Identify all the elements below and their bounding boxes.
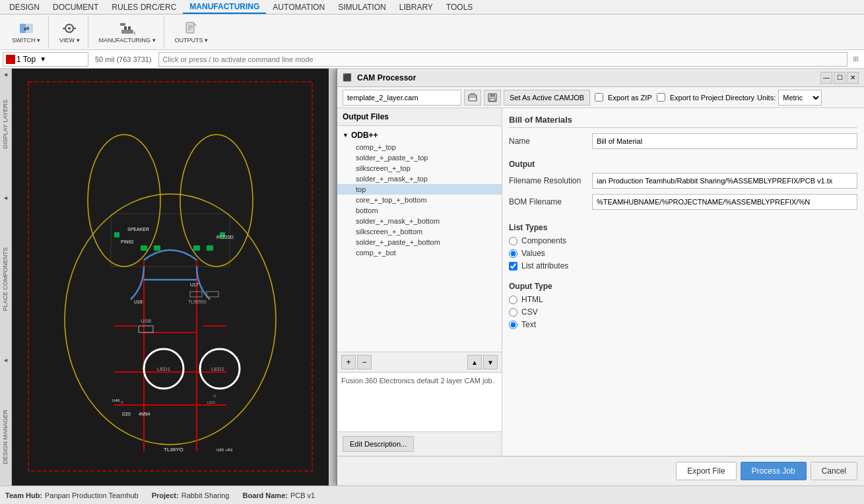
remove-item-button[interactable]: − xyxy=(357,355,372,369)
radio-values-row: Values xyxy=(509,249,857,258)
radio-html-row: HTML xyxy=(509,295,857,304)
filename-resolution-input[interactable] xyxy=(592,173,857,189)
close-button[interactable]: ✕ xyxy=(847,72,859,84)
svg-point-4 xyxy=(68,27,71,30)
svg-text:I2: I2 xyxy=(213,394,216,398)
svg-rect-64 xyxy=(469,95,477,101)
move-up-button[interactable]: ▲ xyxy=(467,355,482,369)
cancel-button[interactable]: Cancel xyxy=(811,462,857,480)
left-arrow-3[interactable]: ◄ xyxy=(1,356,10,365)
svg-text:LED2: LED2 xyxy=(211,366,225,372)
cam-title: CAM Processor xyxy=(357,73,818,82)
svg-rect-8 xyxy=(124,26,127,30)
minimize-button[interactable]: — xyxy=(820,72,832,84)
display-layers-panel[interactable]: DISPLAY LAYERS xyxy=(2,97,9,152)
svg-rect-9 xyxy=(128,26,131,30)
name-input[interactable] xyxy=(592,133,857,149)
radio-components[interactable] xyxy=(509,237,517,245)
expand-icon: ▼ xyxy=(343,132,349,139)
menu-library[interactable]: LIBRARY xyxy=(393,1,440,13)
output-tree: ▼ ODB++ comp_+_top solder_+_paste_+_top … xyxy=(337,126,502,352)
tree-item-2[interactable]: silkscreen_+_top xyxy=(337,163,502,173)
file-input[interactable] xyxy=(343,90,461,106)
tree-item-0[interactable]: comp_+_top xyxy=(337,142,502,152)
manufacturing-button[interactable]: ODB++ MANUFACTURING ▾ xyxy=(95,18,160,47)
export-file-button[interactable]: Export File xyxy=(676,462,736,480)
add-item-button[interactable]: + xyxy=(341,355,356,369)
open-file-button[interactable] xyxy=(464,90,481,106)
cam-title-bar: ⬛ CAM Processor — ☐ ✕ xyxy=(337,69,864,87)
menu-simulation[interactable]: SIMULATION xyxy=(331,1,392,13)
svg-text:TL36YO: TL36YO xyxy=(164,447,183,453)
left-arrow-1[interactable]: ◄ xyxy=(1,70,10,79)
radio-values[interactable] xyxy=(509,249,517,258)
output-type-section: Ouput Type HTML CSV Text xyxy=(509,282,857,332)
checkbox-list-attributes-label: List attributes xyxy=(521,261,568,270)
radio-html[interactable] xyxy=(509,296,517,304)
save-file-button[interactable] xyxy=(484,90,501,106)
bom-filename-input[interactable] xyxy=(592,194,857,210)
output-files-header: Output Files xyxy=(337,108,502,126)
left-arrow-2[interactable]: ◄ xyxy=(1,193,10,203)
pcb-canvas: SPEAKER PIN62 R1220D U17 TL58550 U18 USB… xyxy=(12,69,329,486)
move-down-button[interactable]: ▼ xyxy=(483,355,498,369)
svg-rect-35 xyxy=(141,245,147,251)
svg-rect-38 xyxy=(207,245,213,251)
checkbox-list-attributes-row: List attributes xyxy=(509,261,857,270)
edit-description-area: Edit Description... xyxy=(337,431,502,456)
tree-root-odb[interactable]: ▼ ODB++ xyxy=(337,129,502,142)
coordinates: 50 mil (763 3731) xyxy=(91,55,156,63)
tree-item-3[interactable]: solder_+_mask_+_top xyxy=(337,173,502,184)
menu-document[interactable]: DOCUMENT xyxy=(46,1,105,13)
layer-dropdown-icon: ▼ xyxy=(40,55,46,63)
svg-text:LED1: LED1 xyxy=(157,366,171,372)
menu-rules[interactable]: RULES DRC/ERC xyxy=(105,1,183,13)
place-components-panel[interactable]: PLACE COMPONENTS xyxy=(2,245,9,314)
menu-manufacturing[interactable]: MANUFACTURING xyxy=(183,1,266,14)
process-job-button[interactable]: Process Job xyxy=(741,462,807,480)
project-value: Rabbit Sharing xyxy=(182,491,230,499)
tree-item-8[interactable]: silkscreen_+_bottom xyxy=(337,226,502,237)
radio-text[interactable] xyxy=(509,321,517,329)
radio-csv-label: CSV xyxy=(521,307,538,317)
team-hub-key: Team Hub: xyxy=(5,491,42,499)
tree-item-6[interactable]: bottom xyxy=(337,205,502,216)
menu-bar: DESIGN DOCUMENT RULES DRC/ERC MANUFACTUR… xyxy=(0,0,864,15)
manufacturing-label: MANUFACTURING ▾ xyxy=(99,38,156,44)
svg-text:U95: U95 xyxy=(216,448,224,452)
command-input[interactable] xyxy=(158,52,847,67)
menu-tools[interactable]: TOOLS xyxy=(440,1,479,13)
set-active-camjob-button[interactable]: Set As Active CAMJOB xyxy=(504,90,590,106)
tree-item-9[interactable]: solder_+_paste_+_bottom xyxy=(337,237,502,247)
view-button[interactable]: VIEW ▾ xyxy=(55,18,84,47)
switch-button[interactable]: ⇄ SWITCH ▾ xyxy=(8,18,44,47)
outputs-icon xyxy=(183,20,199,36)
tree-item-10[interactable]: comp_+_bot xyxy=(337,247,502,258)
svg-text:LE30: LE30 xyxy=(207,400,215,404)
design-manager-panel[interactable]: DESIGN MANAGER xyxy=(2,407,9,467)
status-bar: Team Hub: Panpan Production Teamhub Proj… xyxy=(0,486,864,504)
output-actions: + − ▲ ▼ xyxy=(337,352,502,372)
restore-button[interactable]: ☐ xyxy=(834,72,846,84)
layer-selector[interactable]: 1 Top ▼ xyxy=(3,52,88,67)
tree-item-5[interactable]: core_+_top_+_bottom xyxy=(337,195,502,205)
tree-item-4[interactable]: top xyxy=(337,184,502,195)
tree-item-7[interactable]: solder_+_mask_+_bottom xyxy=(337,216,502,226)
export-zip-checkbox[interactable] xyxy=(595,93,603,102)
menu-automation[interactable]: AUTOMATION xyxy=(266,1,331,13)
layer-name: 1 Top xyxy=(17,55,36,64)
outputs-button[interactable]: OUTPUTS ▾ xyxy=(171,18,213,47)
svg-text:D20: D20 xyxy=(122,412,131,416)
tree-item-1[interactable]: solder_+_paste_+_top xyxy=(337,152,502,163)
output-section: Output Filename Resolution BOM Filename xyxy=(509,160,857,215)
board-name-item: Board Name: PCB v1 xyxy=(242,491,315,499)
command-bar: 1 Top ▼ 50 mil (763 3731) ⊞ xyxy=(0,50,864,69)
checkbox-list-attributes[interactable] xyxy=(509,262,517,270)
edit-description-button[interactable]: Edit Description... xyxy=(343,436,414,452)
menu-design[interactable]: DESIGN xyxy=(3,1,46,13)
export-project-checkbox[interactable] xyxy=(657,93,665,102)
radio-csv[interactable] xyxy=(509,308,517,317)
units-select[interactable]: Metric Imperial xyxy=(778,90,822,106)
board-name-value: PCB v1 xyxy=(290,491,315,499)
radio-values-label: Values xyxy=(521,249,545,258)
